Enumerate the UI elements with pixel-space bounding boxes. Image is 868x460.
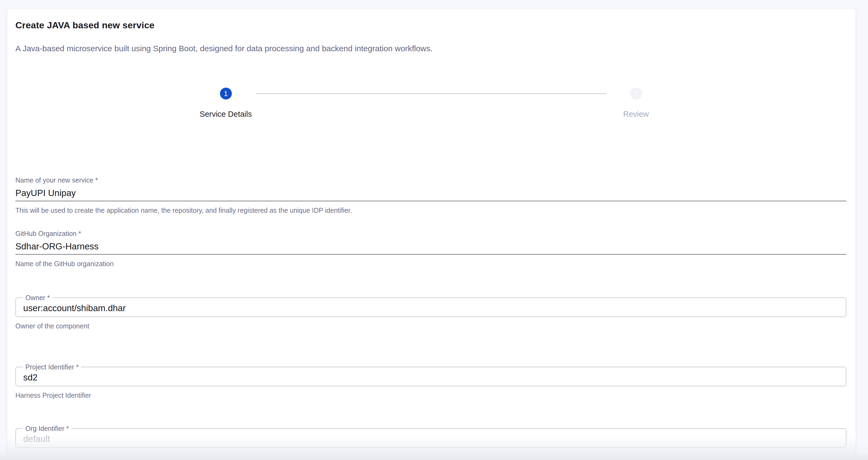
required-asterisk: *	[47, 294, 50, 301]
field-org-identifier: Org Identifier* Harness org Identifier	[16, 428, 846, 454]
step-1-label: Service Details	[200, 110, 252, 119]
service-name-input[interactable]	[16, 184, 846, 201]
stepper-step-service-details[interactable]: 1 Service Details	[196, 88, 256, 119]
github-organization-label-text: GitHub Organization	[16, 230, 76, 237]
required-asterisk: *	[79, 230, 81, 237]
stepper-connector	[256, 93, 607, 94]
page-background: Create JAVA based new service A Java-bas…	[0, 0, 868, 460]
org-identifier-label: Org Identifier*	[23, 425, 71, 432]
step-1-number: 1	[224, 90, 227, 98]
step-2-number: 2	[634, 90, 638, 98]
github-organization-input[interactable]	[16, 237, 846, 255]
step-1-indicator: 1	[220, 88, 232, 99]
service-name-helper: This will be used to create the applicat…	[16, 206, 846, 215]
service-name-label-text: Name of your new service	[16, 176, 93, 184]
project-identifier-label: Project Identifier*	[23, 363, 81, 371]
bottom-band	[0, 454, 868, 460]
owner-label: Owner*	[23, 294, 52, 301]
owner-label-text: Owner	[25, 294, 45, 301]
step-2-label: Review	[623, 110, 649, 119]
required-asterisk: *	[66, 425, 69, 432]
field-project-identifier: Project Identifier* Harness Project Iden…	[16, 367, 846, 399]
required-asterisk: *	[76, 363, 79, 371]
page-subtitle: A Java-based microservice built using Sp…	[16, 44, 846, 53]
github-organization-label: GitHub Organization*	[16, 230, 846, 237]
required-asterisk: *	[95, 176, 98, 184]
step-2-indicator: 2	[630, 88, 642, 99]
owner-helper: Owner of the component	[16, 322, 846, 330]
project-identifier-input-box: Project Identifier*	[16, 367, 846, 386]
field-service-name: Name of your new service* This will be u…	[16, 176, 846, 215]
page-title: Create JAVA based new service	[16, 20, 846, 30]
stepper: 1 Service Details 2 Review	[16, 88, 846, 119]
project-identifier-label-text: Project Identifier	[25, 363, 74, 371]
org-identifier-label-text: Org Identifier	[25, 425, 64, 432]
org-identifier-input-box: Org Identifier*	[16, 428, 846, 448]
org-identifier-input[interactable]	[16, 429, 846, 447]
project-identifier-input[interactable]	[16, 367, 846, 386]
field-owner: Owner* Owner of the component	[16, 297, 846, 330]
owner-input-box: Owner*	[16, 297, 846, 317]
create-service-card: Create JAVA based new service A Java-bas…	[7, 9, 856, 454]
owner-input[interactable]	[16, 298, 846, 317]
service-name-label: Name of your new service*	[16, 176, 846, 184]
stepper-step-review[interactable]: 2 Review	[607, 88, 666, 119]
field-github-organization: GitHub Organization* Name of the GitHub …	[16, 230, 846, 268]
project-identifier-helper: Harness Project Identifier	[16, 392, 846, 399]
github-organization-helper: Name of the GitHub organization	[16, 260, 846, 268]
